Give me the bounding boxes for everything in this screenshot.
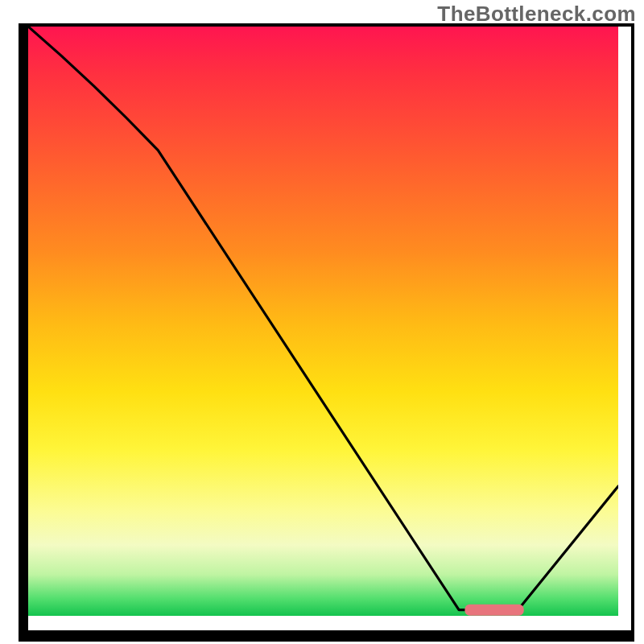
bottleneck-line — [28, 27, 618, 610]
chart-root: TheBottleneck.com — [0, 0, 644, 644]
optimal-marker — [464, 605, 523, 616]
plot-area — [28, 27, 618, 616]
curve-layer — [28, 27, 618, 616]
